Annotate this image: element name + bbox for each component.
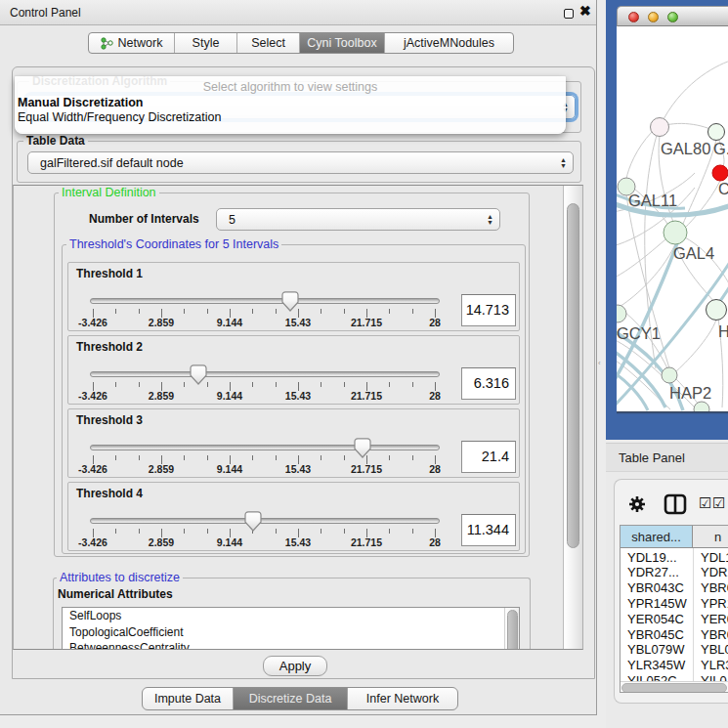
slider-tick — [139, 382, 140, 387]
table-row[interactable]: YLR345WYLR3 — [621, 657, 728, 672]
slider-track[interactable] — [90, 371, 440, 377]
slider-tick — [184, 529, 185, 534]
network-node-label: HAP2 — [669, 384, 711, 402]
network-node-c[interactable] — [712, 165, 728, 181]
slider-tick — [412, 455, 413, 460]
close-icon[interactable]: ✖ — [579, 3, 591, 19]
slider-tick — [207, 529, 208, 534]
table-row[interactable]: YDR27...YDR2 — [621, 564, 728, 579]
attribute-list-item[interactable]: SelfLoops — [63, 608, 519, 624]
threshold-value-field[interactable]: 14.713 — [461, 294, 516, 326]
table-row[interactable]: YBR043CYBR0 — [621, 579, 728, 595]
network-node-gal4[interactable] — [664, 221, 687, 244]
tab-jactivemnodules[interactable]: jActiveMNodules — [385, 33, 513, 53]
tab-select[interactable]: Select — [237, 33, 300, 53]
tab-style[interactable]: Style — [175, 33, 237, 53]
settings-vertical-scrollbar-thumb[interactable] — [567, 203, 579, 548]
cell-shared-name: YBL079W — [627, 642, 685, 657]
slider-thumb[interactable] — [244, 511, 262, 535]
dropdown-option-equal-width-frequency[interactable]: Equal Width/Frequency Discretization — [18, 110, 563, 124]
network-node-hap2[interactable] — [662, 367, 677, 383]
slider-thumb[interactable] — [354, 438, 371, 461]
table-row[interactable]: YPR145WYPR1 — [621, 595, 728, 611]
checkbox-icon[interactable]: ☑ — [712, 494, 725, 512]
slider-thumb[interactable] — [190, 364, 207, 388]
network-graph: GAL80G.CGAL11GAL4GCY1HHAP2 — [617, 26, 728, 411]
zoom-traffic-light-icon[interactable] — [667, 12, 678, 22]
attributes-list-scrollbar[interactable] — [504, 608, 519, 650]
attribute-list-item[interactable]: TopologicalCoefficient — [63, 624, 519, 641]
table-horizontal-scrollbar-thumb[interactable] — [621, 683, 727, 693]
dropdown-option-manual-discretization[interactable]: Manual Discretization — [18, 96, 563, 109]
table-panel-title: Table Panel — [619, 450, 685, 465]
slider-tick — [321, 529, 321, 534]
network-canvas[interactable]: GAL80G.CGAL11GAL4GCY1HHAP2 — [617, 26, 728, 411]
slider-tick — [344, 309, 345, 314]
cyni-bottom-tabbar: Impute DataDiscretize DataInfer Network — [142, 687, 458, 710]
network-node-gal80[interactable] — [651, 118, 669, 137]
slider-tick — [321, 455, 321, 460]
network-node[interactable] — [694, 402, 709, 411]
network-node-gcy1[interactable] — [617, 305, 626, 322]
slider-tick — [412, 309, 413, 314]
network-node-g[interactable] — [708, 124, 725, 141]
tab-network[interactable]: Network — [89, 33, 175, 53]
gear-icon[interactable] — [628, 495, 646, 513]
tab-discretize-data[interactable]: Discretize Data — [234, 688, 348, 709]
minimize-traffic-light-icon[interactable] — [648, 12, 659, 22]
number-of-intervals-select[interactable]: 5 ▲▼ — [216, 208, 500, 231]
table-data-select[interactable]: galFiltered.sif default node ▲▼ — [27, 151, 574, 174]
column-header-name[interactable]: n — [693, 526, 728, 548]
table-row[interactable]: YBL079WYBL0 — [621, 641, 728, 657]
threshold-2-box: Threshold 2-3.4262.8599.14415.4321.71528… — [67, 335, 520, 405]
slider-tick — [139, 309, 140, 314]
network-node-label: C — [718, 180, 728, 197]
slider-tick-label: 21.715 — [351, 317, 382, 328]
slider-tick — [412, 529, 413, 534]
table-data-selected-value: galFiltered.sif default node — [40, 156, 184, 170]
table-row[interactable]: YER054CYER0 — [621, 611, 728, 626]
combo-arrows-icon: ▲▼ — [487, 214, 493, 226]
table-row[interactable]: YDL19...YDL1 — [621, 549, 728, 565]
tab-impute-data[interactable]: Impute Data — [143, 688, 234, 709]
slider-track[interactable] — [90, 518, 440, 524]
split-divider-handle[interactable]: ‹ — [598, 361, 602, 366]
network-node-h[interactable] — [707, 300, 727, 321]
tab-cyni-toolbox[interactable]: Cyni Toolbox — [300, 33, 385, 53]
threshold-label: Threshold 4 — [76, 487, 143, 500]
slider-tick-label: -3.426 — [78, 390, 107, 402]
close-traffic-light-icon[interactable] — [628, 12, 639, 22]
network-node-label: GAL4 — [673, 244, 714, 262]
checkbox-icon[interactable]: ☑ — [699, 494, 711, 512]
slider-tick — [276, 382, 277, 387]
slider-tick — [344, 529, 345, 534]
slider-tick — [115, 382, 116, 387]
dropdown-placeholder-item[interactable]: Select algorithm to view settings — [18, 80, 563, 94]
numerical-attributes-list[interactable]: SelfLoopsTopologicalCoefficientBetweenne… — [62, 607, 520, 650]
network-node-label: GAL80 — [661, 140, 710, 157]
column-header-shared-name[interactable]: shared... — [621, 526, 693, 548]
table-horizontal-scrollbar[interactable] — [621, 681, 728, 693]
attribute-list-item[interactable]: BetweennessCentrality — [63, 640, 519, 650]
table-row[interactable]: YBR045CYBR0 — [621, 626, 728, 642]
split-columns-icon[interactable] — [664, 493, 687, 515]
slider-thumb[interactable] — [281, 291, 299, 315]
combo-arrows-icon: ▲▼ — [560, 157, 567, 169]
threshold-value-field[interactable]: 21.4 — [461, 441, 516, 473]
slider-tick — [115, 455, 116, 460]
attributes-list-scrollbar-thumb[interactable] — [507, 610, 518, 650]
threshold-value-field[interactable]: 6.316 — [461, 367, 516, 400]
slider-tick-label: -3.426 — [78, 317, 107, 328]
algorithm-dropdown-popup: Select algorithm to view settings Manual… — [15, 76, 566, 134]
slider-track[interactable] — [90, 298, 440, 304]
float-window-icon[interactable] — [564, 9, 574, 19]
threshold-value-field[interactable]: 11.344 — [461, 514, 516, 546]
slider-tick-label: 21.715 — [351, 536, 382, 548]
slider-tick-label: 9.144 — [217, 317, 242, 328]
apply-button[interactable]: Apply — [263, 656, 327, 676]
tab-infer-network[interactable]: Infer Network — [348, 688, 457, 709]
cell-shared-name: YDL19... — [627, 550, 677, 565]
settings-scrollpane: Interval Definition Number of Intervals … — [13, 185, 583, 650]
network-node-label: GAL11 — [628, 192, 677, 209]
slider-track[interactable] — [90, 445, 440, 450]
